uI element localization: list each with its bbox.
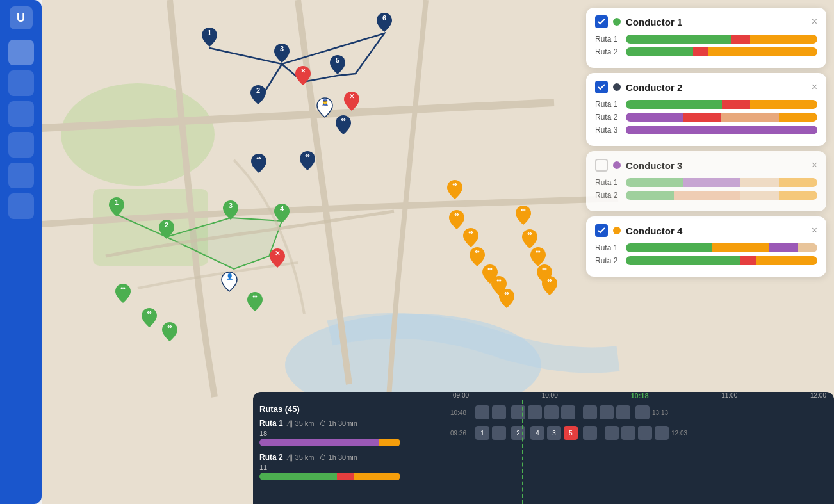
pin-special[interactable]: 👤 xyxy=(220,271,238,293)
conductor-4-dot xyxy=(613,227,621,234)
pin-arrow-1[interactable]: ⇔ xyxy=(334,114,352,136)
conductor-2-dot xyxy=(613,83,621,91)
sidebar-btn-5[interactable] xyxy=(8,163,34,188)
tl-stop-2-2[interactable] xyxy=(492,426,506,440)
svg-point-1 xyxy=(61,83,215,186)
tl-stop-1-1[interactable] xyxy=(475,405,489,419)
conductor-2-title: Conductor 2 xyxy=(626,82,806,93)
pin-red-x2[interactable]: ✕ xyxy=(343,90,361,112)
tl-stop-2-1[interactable]: 1 xyxy=(475,426,489,440)
tl-stop-1-4[interactable] xyxy=(528,405,542,419)
current-time-line xyxy=(522,400,523,504)
conductor-3-close[interactable]: × xyxy=(812,160,817,170)
tl-stop-2-9[interactable] xyxy=(655,426,669,440)
conductor-1-route-2: Ruta 2 xyxy=(595,47,817,56)
conductor-1-card: Conductor 1 × Ruta 1 Ruta 2 xyxy=(586,8,826,68)
conductor-1-title: Conductor 1 xyxy=(626,17,806,28)
conductor-1-checkbox[interactable] xyxy=(595,15,608,28)
conductor-3-checkbox[interactable] xyxy=(595,159,608,172)
time-1100: 11:00 xyxy=(721,392,737,400)
tl-stop-1-8[interactable] xyxy=(600,405,614,419)
tl-start-2: 09:36 xyxy=(450,430,473,437)
bottom-panel: 09:00 10:00 10:18 11:00 12:00 Rutas (45)… xyxy=(253,392,834,504)
tl-stop-1-10[interactable] xyxy=(635,405,650,419)
timeline-header-row: 09:00 10:00 10:18 11:00 12:00 xyxy=(253,392,834,400)
pin-green-3[interactable]: 3 xyxy=(222,199,240,221)
conductor-4-route-1: Ruta 1 xyxy=(595,243,817,252)
pin-dark-2[interactable]: 2 xyxy=(249,84,267,106)
conductor-1-close[interactable]: × xyxy=(812,17,817,27)
tl-stop-1-7[interactable] xyxy=(583,405,597,419)
tl-stop-2-3[interactable]: 3 xyxy=(547,426,561,440)
tl-stop-1-6[interactable] xyxy=(561,405,575,419)
time-current: 10:18 xyxy=(630,392,648,400)
pin-green-4[interactable]: 4 xyxy=(273,202,291,224)
conductor-3-route-1: Ruta 1 xyxy=(595,178,817,187)
conductor-3-route-2: Ruta 2 xyxy=(595,191,817,200)
pin-arrow-2[interactable]: ⇔ xyxy=(250,152,268,174)
conductor-4-close[interactable]: × xyxy=(812,225,817,236)
routes-list: Rutas (45) Ruta 1 ⁄∥ 35 km ⏱ 1h 30min 18 xyxy=(253,400,445,504)
pin-yellow-8[interactable]: ⇔ xyxy=(514,204,532,226)
pin-red-x1[interactable]: ✕ xyxy=(294,65,312,86)
sidebar-btn-2[interactable] xyxy=(8,70,34,96)
sidebar-btn-4[interactable] xyxy=(8,132,34,158)
time-1200: 12:00 xyxy=(810,392,826,400)
pin-dark-5[interactable]: 5 xyxy=(329,54,347,76)
tl-end-2: 12:03 xyxy=(671,430,687,437)
timeline-row-2: 09:36 1 2 4 3 5 12:03 xyxy=(450,423,829,440)
timeline-row-1: 10:48 13:13 xyxy=(450,403,829,419)
pin-red-green[interactable]: ✕ xyxy=(268,247,286,269)
pin-green-1[interactable]: 1 xyxy=(108,196,126,218)
pin-arrow-green[interactable]: ⇔ xyxy=(246,291,264,313)
map-area[interactable]: 1 3 6 2 5 ✕ 👮 ✕ ⇔ ⇔ ⇔ xyxy=(42,0,834,504)
pin-arrow-3[interactable]: ⇔ xyxy=(298,150,316,172)
tl-stop-2-6[interactable] xyxy=(605,426,619,440)
sidebar-btn-3[interactable] xyxy=(8,101,34,127)
pin-dark-1[interactable]: 1 xyxy=(200,26,218,48)
tl-stop-1-2[interactable] xyxy=(492,405,506,419)
tl-start-1: 10:48 xyxy=(450,409,473,416)
pin-green-arrow-1[interactable]: ⇔ xyxy=(114,282,132,304)
tl-end-1: 13:13 xyxy=(652,409,668,416)
conductor-4-card: Conductor 4 × Ruta 1 Ruta 2 xyxy=(586,216,826,277)
sidebar-btn-1[interactable] xyxy=(8,40,34,65)
pin-yellow-12[interactable]: ⇔ xyxy=(541,275,559,297)
route-item-1: Ruta 1 ⁄∥ 35 km ⏱ 1h 30min 18 xyxy=(259,419,439,446)
tl-stop-2-5[interactable]: 5 xyxy=(564,426,578,440)
pin-yellow-3[interactable]: ⇔ xyxy=(462,227,480,248)
tl-stop-1-9[interactable] xyxy=(616,405,630,419)
pin-yellow-7[interactable]: ⇔ xyxy=(498,288,516,309)
conductors-panel: Conductor 1 × Ruta 1 Ruta 2 xyxy=(586,8,826,277)
conductor-2-close[interactable]: × xyxy=(812,82,817,92)
conductor-3-dot xyxy=(613,161,621,169)
tl-stop-2-7[interactable] xyxy=(621,426,635,440)
pin-dark-6[interactable]: 6 xyxy=(375,12,393,33)
conductor-3-card: Conductor 3 × Ruta 1 Ruta 2 xyxy=(586,151,826,211)
time-1000: 10:00 xyxy=(542,392,558,400)
conductor-1-dot xyxy=(613,18,621,26)
pin-green-2[interactable]: 2 xyxy=(158,218,176,240)
conductor-2-route-3: Ruta 3 xyxy=(595,126,817,134)
pin-police[interactable]: 👮 xyxy=(316,97,334,118)
app-logo: U xyxy=(10,6,33,29)
pin-yellow-1[interactable]: ⇔ xyxy=(446,179,464,200)
route-item-2: Ruta 2 ⁄∥ 35 km ⏱ 1h 30min 11 xyxy=(259,453,439,480)
tl-stop-2-4[interactable]: 4 xyxy=(530,426,544,440)
tl-stop-2-sq[interactable] xyxy=(583,426,597,440)
sidebar-btn-6[interactable] xyxy=(8,193,34,219)
conductor-4-title: Conductor 4 xyxy=(626,225,806,236)
pin-green-arrow-3[interactable]: ⇔ xyxy=(161,321,179,343)
pin-dark-3[interactable]: 3 xyxy=(273,42,291,64)
conductor-4-checkbox[interactable] xyxy=(595,224,608,237)
conductor-2-checkbox[interactable] xyxy=(595,81,608,93)
tl-stop-1-5[interactable] xyxy=(544,405,559,419)
conductor-2-route-1: Ruta 1 xyxy=(595,100,817,109)
conductor-1-route-1: Ruta 1 xyxy=(595,35,817,44)
timeline-area: 10:48 13:13 09:36 1 xyxy=(445,400,834,504)
tl-stop-2-8[interactable] xyxy=(638,426,652,440)
conductor-4-route-2: Ruta 2 xyxy=(595,256,817,265)
conductor-3-title: Conductor 3 xyxy=(626,160,806,171)
pin-green-arrow-2[interactable]: ⇔ xyxy=(140,307,158,329)
sidebar: U xyxy=(0,0,42,504)
